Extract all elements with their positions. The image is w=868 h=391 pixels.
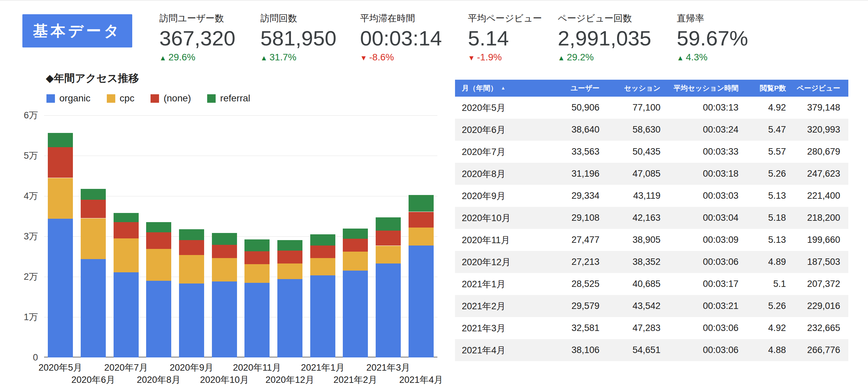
table-row[interactable]: 2021年1月28,52540,68500:03:175.1207,372	[455, 273, 848, 295]
table-row[interactable]: 2020年10月29,10842,16300:03:045.18218,200	[455, 207, 848, 229]
bar-segment[interactable]	[376, 231, 401, 246]
bar-segment[interactable]	[81, 199, 106, 218]
bar-segment[interactable]	[146, 281, 171, 357]
bar-segment[interactable]	[310, 258, 335, 275]
kpi-value: 581,950	[260, 27, 336, 49]
table-row[interactable]: 2021年3月32,58147,28300:03:064.92232,665	[455, 317, 848, 339]
column-label: 閲覧P数	[760, 84, 786, 92]
bar-segment[interactable]	[343, 239, 368, 252]
bar-segment[interactable]	[277, 251, 302, 263]
legend-item[interactable]: cpc	[107, 93, 135, 104]
table-header-cell[interactable]: 閲覧P数	[747, 80, 794, 97]
table-cell: 58,630	[608, 119, 669, 141]
table-header-cell[interactable]: セッション	[608, 80, 669, 97]
bar-segment[interactable]	[48, 178, 73, 219]
column-label: 月（年間）	[462, 84, 497, 92]
bar-segment[interactable]	[179, 284, 204, 357]
table-row[interactable]: 2020年6月38,64058,63000:03:245.47320,993	[455, 119, 848, 141]
table-row[interactable]: 2020年9月29,33443,11900:03:035.13221,400	[455, 185, 848, 207]
bar-segment[interactable]	[81, 259, 106, 357]
kpi-card: 平均滞在時間00:03:14▼-8.6%	[360, 12, 442, 63]
legend-swatch-icon	[107, 94, 115, 103]
table-cell: 50,435	[608, 141, 669, 163]
arrow-up-icon: ▲	[558, 54, 565, 62]
bar-segment[interactable]	[114, 272, 139, 357]
bar-segment[interactable]	[244, 264, 270, 283]
table-body: 2020年5月50,90677,10000:03:134.92379,14820…	[455, 97, 848, 361]
bar-segment[interactable]	[146, 232, 171, 249]
bar-segment[interactable]	[81, 189, 106, 200]
bar-segment[interactable]	[409, 246, 434, 357]
bar-segment[interactable]	[409, 195, 434, 212]
table-cell: 33,563	[552, 141, 608, 163]
bar-segment[interactable]	[244, 239, 270, 251]
kpi-label: 訪問回数	[260, 12, 336, 24]
table-header-cell[interactable]: 平均セッション時間	[669, 80, 747, 97]
bar-segment[interactable]	[212, 245, 237, 258]
kpi-delta-value: -8.6%	[369, 52, 394, 62]
bar-segment[interactable]	[114, 238, 139, 272]
table-cell: 32,581	[552, 317, 608, 339]
bar-segment[interactable]	[277, 279, 302, 357]
bar-segment[interactable]	[277, 240, 302, 251]
legend-label: referral	[220, 93, 250, 104]
bar-segment[interactable]	[146, 249, 171, 281]
bar-segment[interactable]	[376, 246, 401, 263]
chart-legend: organiccpc(none)referral	[46, 93, 267, 104]
bar-segment[interactable]	[48, 147, 73, 178]
bar-segment[interactable]	[343, 229, 368, 239]
bar-segment[interactable]	[343, 252, 368, 271]
bar-segment[interactable]	[376, 217, 401, 231]
gridline	[44, 156, 437, 156]
table-row[interactable]: 2021年4月38,10654,65100:03:064.88266,776	[455, 339, 848, 361]
column-label: ページビュー	[797, 84, 840, 92]
bar-segment[interactable]	[343, 271, 368, 357]
table-cell: 00:03:21	[669, 295, 747, 317]
bar-segment[interactable]	[277, 263, 302, 279]
table-row[interactable]: 2020年5月50,90677,10000:03:134.92379,148	[455, 97, 848, 119]
bar-segment[interactable]	[212, 233, 237, 245]
bar-segment[interactable]	[212, 258, 237, 281]
kpi-delta-value: 29.6%	[169, 52, 195, 62]
bar-segment[interactable]	[310, 246, 335, 258]
x-axis-label: 2021年3月	[366, 361, 410, 374]
legend-item[interactable]: referral	[207, 93, 250, 104]
bar-segment[interactable]	[409, 227, 434, 246]
table-header-cell[interactable]: ページビュー	[794, 80, 848, 97]
bar-segment[interactable]	[244, 251, 270, 264]
table-row[interactable]: 2020年11月27,47738,90500:03:095.13199,660	[455, 229, 848, 251]
bar-segment[interactable]	[146, 222, 171, 232]
bar-segment[interactable]	[48, 219, 73, 357]
table-cell: 00:03:17	[669, 273, 747, 295]
basic-data-badge[interactable]: 基本データ	[22, 14, 132, 47]
bar-segment[interactable]	[409, 212, 434, 228]
table-cell: 31,196	[552, 163, 608, 185]
kpi-value: 367,320	[159, 27, 235, 49]
table-row[interactable]: 2020年12月27,21338,35200:03:064.89187,503	[455, 251, 848, 273]
table-row[interactable]: 2020年7月33,56350,43500:03:335.57280,679	[455, 141, 848, 163]
bar-segment[interactable]	[81, 218, 106, 259]
bar-segment[interactable]	[244, 283, 270, 357]
bar-segment[interactable]	[179, 229, 204, 240]
table-cell: 54,651	[608, 339, 669, 361]
bar-segment[interactable]	[48, 133, 73, 147]
table-cell: 207,372	[794, 273, 848, 295]
bar-segment[interactable]	[310, 275, 335, 357]
legend-item[interactable]: (none)	[151, 93, 191, 104]
bar-segment[interactable]	[179, 240, 204, 255]
bar-segment[interactable]	[114, 222, 139, 238]
bar-segment[interactable]	[310, 234, 335, 246]
table-header-cell[interactable]: ユーザー	[552, 80, 608, 97]
bar-segment[interactable]	[114, 213, 139, 222]
bar-segment[interactable]	[179, 255, 204, 284]
legend-item[interactable]: organic	[46, 93, 91, 104]
bar-segment[interactable]	[212, 281, 237, 357]
bar-segment[interactable]	[376, 263, 401, 357]
kpi-card: ページビュー回数2,991,035▲29.2%	[558, 12, 651, 63]
table-cell: 38,640	[552, 119, 608, 141]
table-row[interactable]: 2020年8月31,19647,08500:03:185.26247,623	[455, 163, 848, 185]
table-header-cell[interactable]: 月（年間）▲	[455, 80, 552, 97]
table-cell: 47,085	[608, 163, 669, 185]
table-row[interactable]: 2021年2月29,57943,54200:03:215.26229,016	[455, 295, 848, 317]
arrow-up-icon: ▲	[260, 54, 268, 62]
